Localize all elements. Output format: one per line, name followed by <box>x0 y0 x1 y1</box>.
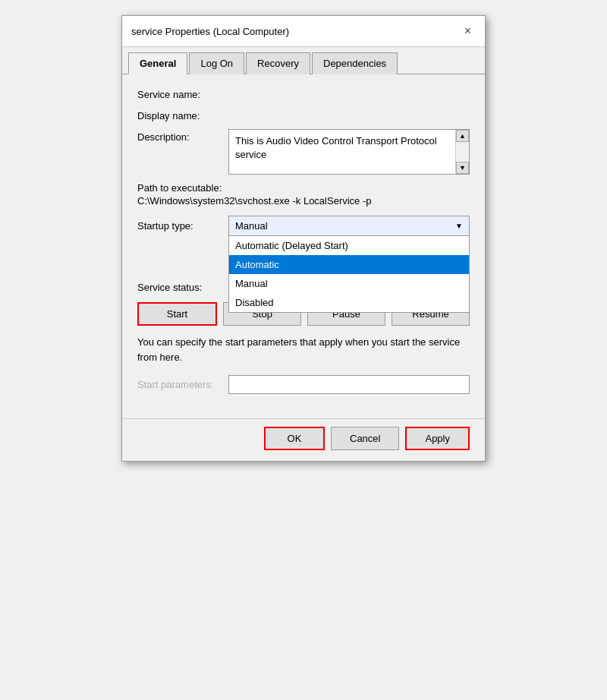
start-button[interactable]: Start <box>137 302 217 326</box>
apply-button[interactable]: Apply <box>405 427 470 450</box>
tab-recovery[interactable]: Recovery <box>246 52 310 74</box>
window-title: service Properties (Local Computer) <box>131 26 289 37</box>
display-name-label: Display name: <box>137 108 228 121</box>
ok-button[interactable]: OK <box>264 427 325 450</box>
dropdown-item-disabled[interactable]: Disabled <box>229 293 469 312</box>
tab-logon[interactable]: Log On <box>189 52 244 74</box>
path-value: C:\Windows\system32\svchost.exe -k Local… <box>137 195 470 207</box>
service-name-row: Service name: <box>137 87 470 100</box>
service-name-label: Service name: <box>137 87 228 100</box>
description-box: This is Audio Video Control Transport Pr… <box>228 129 470 175</box>
dropdown-chevron-icon: ▼ <box>455 222 463 230</box>
startup-type-selected: Manual <box>235 220 268 232</box>
description-scrollbar: ▲ ▼ <box>455 130 469 174</box>
description-row: Description: This is Audio Video Control… <box>137 129 470 175</box>
scroll-track <box>456 142 469 162</box>
dialog-window: service Properties (Local Computer) × Ge… <box>121 15 486 462</box>
tab-general[interactable]: General <box>128 52 187 74</box>
cancel-button[interactable]: Cancel <box>331 427 399 450</box>
tab-dependencies[interactable]: Dependencies <box>312 52 398 74</box>
startup-type-dropdown[interactable]: Manual ▼ <box>228 216 470 236</box>
tabs-container: General Log On Recovery Dependencies <box>122 47 485 74</box>
display-name-row: Display name: <box>137 108 470 121</box>
start-params-row: Start parameters: <box>137 375 470 394</box>
startup-type-label: Startup type: <box>137 216 228 232</box>
bottom-buttons: OK Cancel Apply <box>122 418 485 461</box>
close-button[interactable]: × <box>460 24 476 39</box>
startup-dropdown-container: Manual ▼ Automatic (Delayed Start) Autom… <box>228 216 470 236</box>
service-status-label: Service status: <box>137 282 228 293</box>
title-bar: service Properties (Local Computer) × <box>122 16 485 47</box>
startup-dropdown-list: Automatic (Delayed Start) Automatic Manu… <box>228 236 470 313</box>
start-params-input[interactable] <box>228 375 470 394</box>
dropdown-item-auto-delayed[interactable]: Automatic (Delayed Start) <box>229 236 469 255</box>
tab-content: Service name: Display name: Description:… <box>122 74 485 418</box>
description-text: This is Audio Video Control Transport Pr… <box>229 130 455 174</box>
scroll-down-btn[interactable]: ▼ <box>456 162 469 174</box>
scroll-up-btn[interactable]: ▲ <box>456 130 469 142</box>
path-label: Path to executable: <box>137 182 470 194</box>
path-section: Path to executable: C:\Windows\system32\… <box>137 182 470 207</box>
hint-text: You can specify the start parameters tha… <box>137 335 470 364</box>
description-label: Description: <box>137 129 228 143</box>
start-params-label: Start parameters: <box>137 379 228 390</box>
dropdown-item-automatic[interactable]: Automatic <box>229 255 469 274</box>
startup-type-row: Startup type: Manual ▼ Automatic (Delaye… <box>137 216 470 236</box>
dropdown-item-manual[interactable]: Manual <box>229 274 469 293</box>
